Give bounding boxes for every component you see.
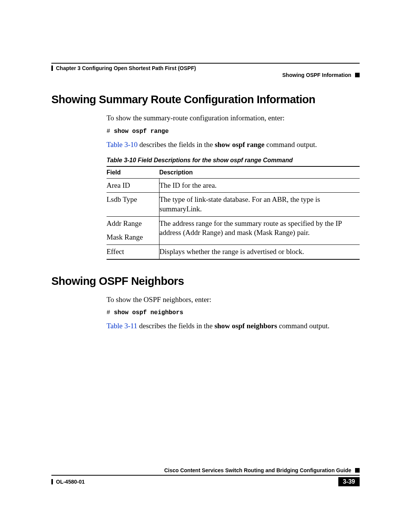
footer-top: Cisco Content Services Switch Routing an… xyxy=(51,467,360,476)
table-row: Lsdb Type The type of link-state databas… xyxy=(107,193,360,216)
section-label: Showing OSPF Information xyxy=(282,72,351,78)
desc1-end: command output. xyxy=(264,141,317,149)
section1-command: # show ospf range xyxy=(107,128,360,135)
cmd1: show ospf range xyxy=(114,128,169,135)
section2: Showing OSPF Neighbors To show the OSPF … xyxy=(51,275,360,331)
page: Chapter 3 Configuring Open Shortest Path… xyxy=(0,0,411,532)
desc1-bold: show ospf range xyxy=(215,141,264,149)
desc2-bold: show ospf neighbors xyxy=(214,322,277,330)
cell-field: Lsdb Type xyxy=(107,193,159,216)
doc-number: OL-4580-01 xyxy=(56,479,84,485)
cmd2: show ospf neighbors xyxy=(114,309,183,316)
table-3-10-caption: Table 3-10 Field Descriptions for the sh… xyxy=(107,157,360,164)
section1-body: To show the summary-route configuration … xyxy=(107,113,360,260)
desc1-mid: describes the fields in the xyxy=(138,141,215,149)
table-row: Area ID The ID for the area. xyxy=(107,178,360,193)
page-header: Chapter 3 Configuring Open Shortest Path… xyxy=(51,63,360,78)
table-3-10: Field Description Area ID The ID for the… xyxy=(107,166,360,260)
cell-desc: The ID for the area. xyxy=(159,178,360,193)
section2-desc: Table 3-11 describes the fields in the s… xyxy=(107,321,360,331)
section2-intro: To show the OSPF neighbors, enter: xyxy=(107,295,360,304)
footer-left: OL-4580-01 xyxy=(51,479,84,485)
prompt2: # xyxy=(107,309,114,316)
table-row: Addr Range The address range for the sum… xyxy=(107,216,360,230)
header-square-icon xyxy=(355,73,360,77)
cell-field: Mask Range xyxy=(107,230,159,244)
desc2-mid: describes the fields in the xyxy=(137,322,215,330)
col-field: Field xyxy=(107,166,159,179)
prompt1: # xyxy=(107,128,114,135)
cell-desc: The address range for the summary route … xyxy=(159,216,360,244)
section2-command: # show ospf neighbors xyxy=(107,309,360,316)
cell-desc: Displays whether the range is advertised… xyxy=(159,244,360,259)
desc2-end: command output. xyxy=(277,322,330,330)
section1-heading: Showing Summary Route Configuration Info… xyxy=(51,93,360,106)
guide-title: Cisco Content Services Switch Routing an… xyxy=(164,467,351,473)
header-bar-icon xyxy=(51,66,53,71)
page-footer: Cisco Content Services Switch Routing an… xyxy=(51,467,360,486)
col-desc: Description xyxy=(159,166,360,179)
cell-field: Addr Range xyxy=(107,216,159,230)
footer-bottom: OL-4580-01 3-39 xyxy=(51,477,360,486)
table-header-row: Field Description xyxy=(107,166,360,179)
section1-desc: Table 3-10 describes the fields in the s… xyxy=(107,140,360,149)
footer-square-icon xyxy=(355,468,360,473)
chapter-label: Chapter 3 Configuring Open Shortest Path… xyxy=(56,65,196,71)
cell-desc: The type of link-state database. For an … xyxy=(159,193,360,216)
section2-body: To show the OSPF neighbors, enter: # sho… xyxy=(107,295,360,331)
cell-field: Area ID xyxy=(107,178,159,193)
table-row: Effect Displays whether the range is adv… xyxy=(107,244,360,259)
header-sub: Showing OSPF Information xyxy=(51,72,360,78)
table-3-10-link[interactable]: Table 3-10 xyxy=(107,141,138,149)
section1-intro: To show the summary-route configuration … xyxy=(107,113,360,123)
page-number: 3-39 xyxy=(338,477,360,486)
content-area: Showing Summary Route Configuration Info… xyxy=(51,93,360,336)
footer-bar-icon xyxy=(51,479,53,484)
section2-heading: Showing OSPF Neighbors xyxy=(51,275,360,288)
header-top: Chapter 3 Configuring Open Shortest Path… xyxy=(51,63,360,71)
table-3-11-link[interactable]: Table 3-11 xyxy=(107,322,137,330)
cell-field: Effect xyxy=(107,244,159,259)
